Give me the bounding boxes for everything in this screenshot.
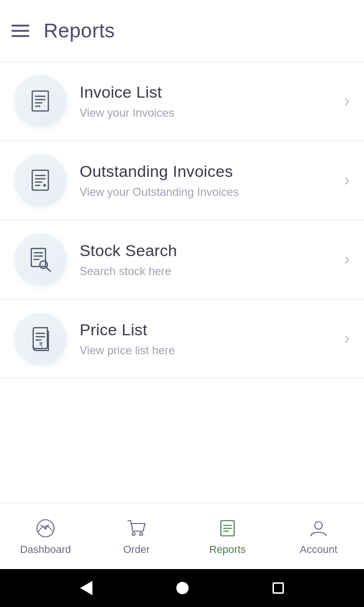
- price-list-text: Price List View price list here: [80, 321, 337, 357]
- svg-line-16: [46, 267, 50, 271]
- svg-text:₹: ₹: [39, 341, 43, 349]
- svg-point-10: [44, 185, 46, 186]
- invoice-icon: [27, 87, 54, 115]
- reports-nav-icon: [216, 517, 239, 540]
- page-title: Reports: [44, 19, 115, 42]
- android-home-button[interactable]: [176, 582, 189, 594]
- outstanding-invoices-icon-circle: [14, 154, 66, 206]
- invoice-list-icon-circle: [14, 75, 66, 127]
- svg-point-24: [140, 533, 143, 535]
- nav-reports-label: Reports: [209, 543, 246, 556]
- price-list-subtitle: View price list here: [80, 344, 337, 357]
- invoice-list-item[interactable]: Invoice List View your Invoices ›: [0, 62, 364, 141]
- stock-search-icon-circle: [14, 233, 66, 285]
- svg-rect-0: [32, 91, 48, 111]
- outstanding-invoices-text: Outstanding Invoices View your Outstandi…: [80, 162, 337, 199]
- nav-item-order[interactable]: Order: [91, 503, 182, 569]
- price-list-icon-circle: ₹: [14, 313, 66, 365]
- svg-point-22: [45, 527, 47, 529]
- price-list-chevron: ›: [344, 329, 350, 349]
- android-nav-bar: [0, 569, 364, 607]
- outstanding-invoices-item[interactable]: Outstanding Invoices View your Outstandi…: [0, 141, 364, 220]
- stock-search-icon: [27, 246, 54, 273]
- invoice-list-chevron: ›: [344, 91, 350, 111]
- outstanding-invoices-chevron: ›: [344, 170, 350, 190]
- account-icon: [307, 517, 330, 540]
- order-icon: [125, 517, 148, 540]
- nav-dashboard-label: Dashboard: [20, 543, 71, 556]
- svg-rect-11: [31, 248, 46, 267]
- nav-item-reports[interactable]: Reports: [182, 503, 273, 569]
- svg-rect-5: [32, 170, 48, 190]
- outstanding-invoices-subtitle: View your Outstanding Invoices: [80, 185, 337, 199]
- nav-item-dashboard[interactable]: Dashboard: [0, 503, 91, 569]
- stock-search-title: Stock Search: [80, 241, 337, 260]
- hamburger-icon[interactable]: [11, 25, 29, 37]
- nav-account-label: Account: [300, 543, 337, 556]
- price-list-title: Price List: [80, 321, 337, 339]
- svg-point-23: [132, 533, 135, 535]
- stock-search-text: Stock Search Search stock here: [80, 241, 337, 278]
- invoice-list-title: Invoice List: [80, 83, 337, 101]
- bottom-nav: Dashboard Order Reports Account: [0, 503, 364, 569]
- svg-point-29: [315, 522, 322, 529]
- outstanding-invoice-icon: [27, 166, 54, 194]
- android-recents-button[interactable]: [273, 582, 284, 594]
- nav-item-account[interactable]: Account: [273, 503, 364, 569]
- nav-order-label: Order: [123, 543, 150, 556]
- price-list-item[interactable]: ₹ Price List View price list here ›: [0, 299, 364, 378]
- stock-search-chevron: ›: [344, 249, 350, 269]
- outstanding-invoices-title: Outstanding Invoices: [80, 162, 337, 181]
- invoice-list-text: Invoice List View your Invoices: [80, 83, 337, 120]
- price-list-icon: ₹: [27, 325, 54, 352]
- invoice-list-subtitle: View your Invoices: [80, 106, 337, 120]
- stock-search-item[interactable]: Stock Search Search stock here ›: [0, 220, 364, 299]
- menu-list: Invoice List View your Invoices › Outsta…: [0, 62, 364, 503]
- header: Reports: [0, 0, 364, 62]
- stock-search-subtitle: Search stock here: [80, 265, 337, 278]
- dashboard-icon: [34, 517, 57, 540]
- android-back-button[interactable]: [80, 581, 92, 595]
